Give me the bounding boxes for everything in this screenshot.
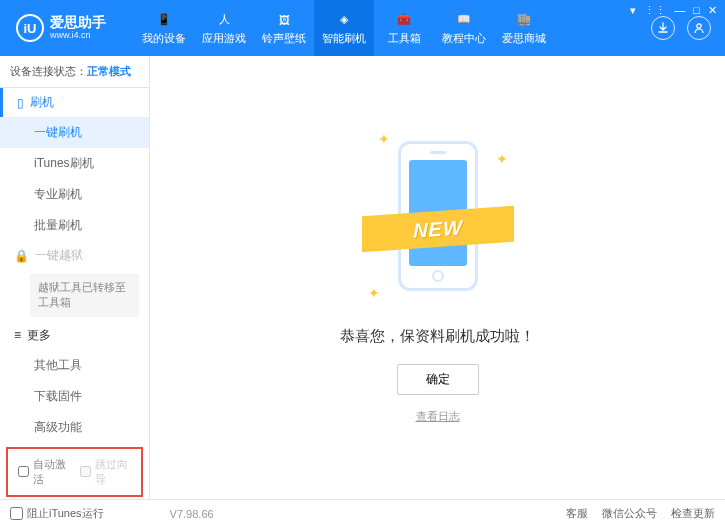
sidebar-item-oneclick-flash[interactable]: 一键刷机	[0, 117, 149, 148]
footer: 阻止iTunes运行 V7.98.66 客服 微信公众号 检查更新	[0, 499, 725, 527]
close-icon[interactable]: ✕	[708, 4, 717, 17]
connection-status: 设备连接状态：正常模式	[0, 56, 149, 88]
success-message: 恭喜您，保资料刷机成功啦！	[340, 327, 535, 346]
success-illustration: ✦ ✦ ✦ NEW	[368, 131, 508, 311]
minimize-icon[interactable]: —	[674, 4, 685, 17]
top-nav: 📱我的设备 人应用游戏 🖼铃声壁纸 ◈智能刷机 🧰工具箱 📖教程中心 🏬爱思商城	[134, 0, 554, 56]
menu-icon[interactable]: ▾	[630, 4, 636, 17]
nav-ringtone-wallpaper[interactable]: 🖼铃声壁纸	[254, 0, 314, 56]
apps-icon: 人	[215, 11, 233, 29]
options-box: 自动激活 跳过向导	[6, 447, 143, 497]
header: iU 爱思助手 www.i4.cn 📱我的设备 人应用游戏 🖼铃声壁纸 ◈智能刷…	[0, 0, 725, 56]
sidebar-item-pro-flash[interactable]: 专业刷机	[0, 179, 149, 210]
lock-icon: 🔒	[14, 249, 29, 263]
sidebar-item-download-firmware[interactable]: 下载固件	[0, 381, 149, 412]
app-subtitle: www.i4.cn	[50, 31, 106, 41]
nav-store[interactable]: 🏬爱思商城	[494, 0, 554, 56]
toolbox-icon: 🧰	[395, 11, 413, 29]
section-more[interactable]: ≡ 更多	[0, 321, 149, 350]
app-title: 爱思助手	[50, 15, 106, 30]
sidebar-item-other-tools[interactable]: 其他工具	[0, 350, 149, 381]
maximize-icon[interactable]: □	[693, 4, 700, 17]
window-controls: ▾ ⋮⋮ — □ ✕	[630, 4, 717, 17]
sidebar: 设备连接状态：正常模式 ▯ 刷机 一键刷机 iTunes刷机 专业刷机 批量刷机…	[0, 56, 150, 499]
view-log-link[interactable]: 查看日志	[416, 409, 460, 424]
nav-my-device[interactable]: 📱我的设备	[134, 0, 194, 56]
jailbreak-note: 越狱工具已转移至工具箱	[30, 274, 139, 317]
main-content: ✦ ✦ ✦ NEW 恭喜您，保资料刷机成功啦！ 确定 查看日志	[150, 56, 725, 499]
sidebar-item-advanced[interactable]: 高级功能	[0, 412, 149, 443]
device-icon: 📱	[155, 11, 173, 29]
list-icon: ≡	[14, 328, 21, 342]
new-ribbon: NEW	[362, 206, 514, 253]
header-right	[651, 16, 717, 40]
nav-smart-flash[interactable]: ◈智能刷机	[314, 0, 374, 56]
logo: iU 爱思助手 www.i4.cn	[8, 14, 114, 42]
image-icon: 🖼	[275, 11, 293, 29]
phone-icon: ▯	[17, 96, 24, 110]
skip-guide-checkbox[interactable]: 跳过向导	[80, 457, 132, 487]
footer-wechat[interactable]: 微信公众号	[602, 506, 657, 521]
sidebar-item-itunes-flash[interactable]: iTunes刷机	[0, 148, 149, 179]
svg-point-0	[697, 24, 701, 28]
footer-support[interactable]: 客服	[566, 506, 588, 521]
block-itunes-checkbox[interactable]: 阻止iTunes运行	[10, 506, 104, 521]
nav-toolbox[interactable]: 🧰工具箱	[374, 0, 434, 56]
version-label: V7.98.66	[170, 508, 214, 520]
nav-tutorials[interactable]: 📖教程中心	[434, 0, 494, 56]
store-icon: 🏬	[515, 11, 533, 29]
auto-activate-checkbox[interactable]: 自动激活	[18, 457, 70, 487]
nav-apps-games[interactable]: 人应用游戏	[194, 0, 254, 56]
section-jailbreak: 🔒 一键越狱	[0, 241, 149, 270]
ok-button[interactable]: 确定	[397, 364, 479, 395]
sidebar-item-batch-flash[interactable]: 批量刷机	[0, 210, 149, 241]
download-button[interactable]	[651, 16, 675, 40]
grid-icon[interactable]: ⋮⋮	[644, 4, 666, 17]
book-icon: 📖	[455, 11, 473, 29]
flash-icon: ◈	[335, 11, 353, 29]
logo-badge: iU	[16, 14, 44, 42]
section-flash[interactable]: ▯ 刷机	[0, 88, 149, 117]
user-button[interactable]	[687, 16, 711, 40]
footer-check-update[interactable]: 检查更新	[671, 506, 715, 521]
